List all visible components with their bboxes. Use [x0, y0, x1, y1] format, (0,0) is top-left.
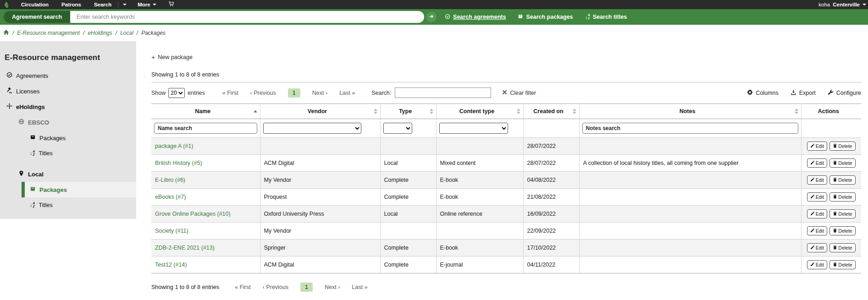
delete-button[interactable]: Delete [829, 158, 855, 168]
package-name-link[interactable]: Society (#11) [155, 228, 188, 234]
type-filter-select[interactable] [383, 123, 412, 134]
sort-alpha-icon: ↓ AZ [30, 150, 35, 157]
column-header-vendor[interactable]: Vendor [260, 104, 380, 119]
delete-button[interactable]: Delete [829, 243, 855, 252]
link-search-agreements[interactable]: Search agreements [445, 14, 506, 21]
notes-cell [579, 240, 801, 256]
sidebar-item-ebsco[interactable]: EBSCO [18, 115, 136, 130]
edit-button[interactable]: Edit [807, 142, 827, 151]
type-cell: Complete [380, 189, 436, 206]
sidebar-item-local[interactable]: Local [18, 166, 136, 182]
package-name-link[interactable]: E-Libro (#6) [155, 177, 185, 183]
name-filter-input[interactable] [154, 123, 257, 134]
edit-button[interactable]: Edit [807, 226, 827, 235]
notes-filter-input[interactable] [582, 123, 798, 134]
clear-filter-button[interactable]: Clear filter [502, 90, 536, 96]
check-circle-icon [445, 14, 450, 21]
next-page-button[interactable]: Next › [312, 90, 327, 96]
nav-more[interactable]: More [131, 0, 162, 9]
column-header-type[interactable]: Type [380, 104, 436, 119]
nav-search[interactable]: Search [88, 0, 118, 9]
edit-button[interactable]: Edit [807, 243, 827, 252]
sort-icon [573, 109, 576, 114]
created-on-cell: 28/07/2022 [523, 155, 579, 172]
column-header-notes[interactable]: Notes [579, 104, 801, 119]
delete-button[interactable]: Delete [829, 192, 855, 202]
arrow-right-icon [429, 14, 434, 21]
vendor-cell: Oxford University Press [260, 206, 380, 223]
user-menu[interactable]: koha Centerville [818, 2, 868, 7]
nav-patrons[interactable]: Patrons [55, 0, 88, 9]
sidebar-item-ebsco-titles[interactable]: ↓ AZ Titles [30, 146, 136, 161]
sidebar-item-eholdings[interactable]: eHoldings [6, 99, 136, 115]
configure-button[interactable]: Configure [828, 89, 861, 97]
sidebar-item-licenses[interactable]: Licenses [6, 83, 136, 99]
previous-page-button[interactable]: ‹ Previous [263, 284, 288, 290]
pencil-icon [810, 228, 815, 234]
column-header-content-type[interactable]: Content type [436, 104, 523, 119]
first-page-button[interactable]: « First [222, 90, 238, 96]
previous-page-button[interactable]: ‹ Previous [250, 90, 276, 96]
last-page-button[interactable]: Last » [352, 284, 367, 290]
vendor-filter-select[interactable] [263, 123, 361, 134]
edit-button[interactable]: Edit [807, 192, 827, 202]
column-header-created-on[interactable]: Created on [523, 104, 579, 119]
sidebar-item-local-titles[interactable]: ↓ AZ Titles [30, 197, 136, 213]
nav-search-dropdown-toggle[interactable] [118, 0, 131, 9]
page-size-select[interactable]: 20 [168, 88, 185, 98]
first-page-button[interactable]: « First [235, 284, 251, 290]
crumb-eresource[interactable]: E-Resource management [17, 30, 80, 36]
search-input[interactable] [70, 11, 424, 23]
pencil-icon [810, 262, 815, 267]
delete-button[interactable]: Delete [829, 142, 855, 151]
sidebar-item-agreements[interactable]: Agreements [6, 68, 136, 83]
table-footer: Showing 1 to 8 of 8 entries « First ‹ Pr… [151, 283, 861, 292]
edit-button[interactable]: Edit [807, 209, 827, 218]
next-page-button[interactable]: Next › [325, 284, 340, 290]
current-page-button[interactable]: 1 [288, 88, 300, 98]
crumb-eholdings[interactable]: eHoldings [88, 30, 112, 36]
columns-button[interactable]: Columns [747, 89, 778, 97]
package-name-link[interactable]: Test12 (#14) [155, 262, 187, 268]
delete-button[interactable]: Delete [829, 260, 855, 269]
package-name-link[interactable]: eBooks (#7) [155, 194, 186, 200]
sidebar-item-ebsco-packages[interactable]: Packages [30, 130, 136, 146]
column-header-name[interactable]: Name [151, 104, 260, 119]
created-on-cell: 22/09/2022 [523, 223, 579, 240]
koha-logo-icon[interactable] [3, 1, 10, 8]
table-search-input[interactable] [395, 87, 491, 98]
link-search-packages[interactable]: Search packages [518, 14, 573, 21]
show-label: Show [151, 90, 166, 96]
delete-button[interactable]: Delete [829, 226, 855, 235]
new-package-button[interactable]: + New package [151, 54, 193, 60]
package-name-link[interactable]: ZDB-2-ENE 2021 (#13) [155, 245, 215, 251]
trash-icon [833, 194, 837, 200]
sort-icon [795, 109, 798, 114]
edit-button[interactable]: Edit [807, 175, 827, 185]
actions-cell: Edit Delete [801, 223, 861, 240]
delete-button[interactable]: Delete [829, 175, 855, 185]
gavel-icon [6, 87, 12, 95]
current-page-button[interactable]: 1 [300, 283, 313, 292]
package-name-link[interactable]: package A (#1) [155, 143, 193, 149]
package-name-link[interactable]: British History (#5) [155, 160, 202, 166]
home-icon[interactable] [3, 29, 9, 37]
package-name-link[interactable]: Grove Online Packages (#10) [155, 211, 231, 217]
crumb-local[interactable]: Local [120, 30, 133, 36]
search-submit-button[interactable] [426, 12, 437, 22]
notes-cell [579, 256, 801, 273]
link-search-titles[interactable]: ↓ AZ Search titles [585, 14, 627, 20]
agreement-search-tab[interactable]: Agreement search [4, 11, 70, 23]
chevron-down-icon [153, 4, 156, 5]
sidebar-item-local-packages[interactable]: Packages [22, 182, 136, 197]
nav-circulation[interactable]: Circulation [15, 0, 55, 9]
edit-button[interactable]: Edit [807, 260, 827, 269]
type-cell: Local [380, 155, 436, 172]
delete-button[interactable]: Delete [829, 209, 855, 218]
cart-button[interactable] [163, 0, 180, 9]
export-button[interactable]: Export [791, 89, 816, 97]
last-page-button[interactable]: Last » [339, 90, 355, 96]
instance-label: Centerville [833, 2, 860, 7]
edit-button[interactable]: Edit [807, 158, 827, 168]
content-type-filter-select[interactable] [439, 123, 508, 134]
